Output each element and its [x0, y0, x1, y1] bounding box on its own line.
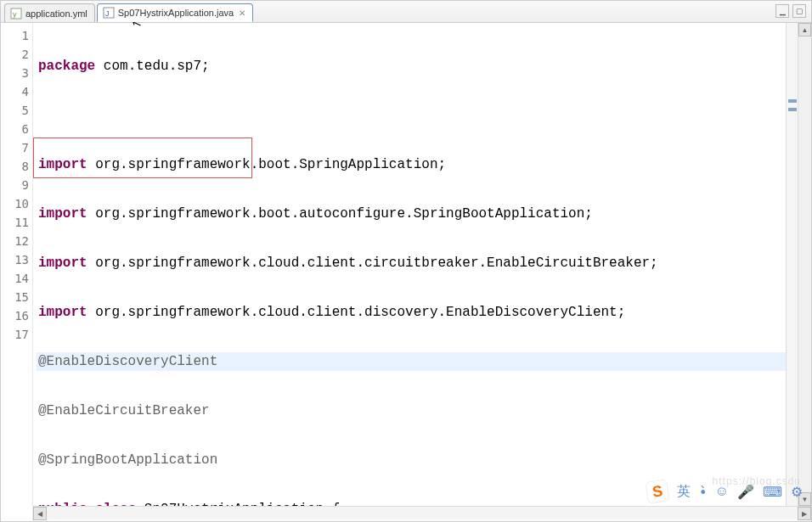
tab-sp07hystrix[interactable]: J Sp07HystrixApplication.java ✕ — [97, 3, 253, 22]
scroll-left-button[interactable]: ◀ — [33, 507, 47, 520]
tab-label: Sp07HystrixApplication.java — [118, 8, 234, 18]
ime-emoji-icon[interactable]: ☺ — [715, 484, 729, 499]
line-number: 9 — [1, 176, 29, 194]
overview-marker — [788, 99, 797, 103]
line-number: 3 — [1, 64, 29, 82]
line-number: 1 — [1, 26, 29, 45]
line-number: 11 — [1, 213, 29, 232]
line-number: 7 — [1, 138, 29, 157]
ime-punct-icon[interactable]: •̀ — [699, 484, 707, 500]
vertical-scrollbar[interactable]: ▲ ▼ — [798, 23, 811, 506]
maximize-button[interactable]: ▢ — [792, 4, 806, 18]
tab-label: application.yml — [25, 8, 87, 19]
scrollbar-track[interactable] — [47, 507, 798, 519]
svg-text:J: J — [105, 9, 110, 18]
line-number: 12 — [1, 232, 29, 250]
ime-status-bar: S 英 •̀ ☺ 🎤 ⌨ ⚙ — [646, 480, 803, 502]
line-number: 14 — [1, 269, 29, 288]
yaml-file-icon: y — [10, 8, 22, 20]
line-number: 4 — [1, 82, 29, 101]
ime-lang-indicator[interactable]: 英 — [677, 483, 691, 501]
line-number: 13 — [1, 250, 29, 269]
svg-text:y: y — [13, 10, 17, 19]
line-number: 15 — [1, 288, 29, 306]
close-icon[interactable]: ✕ — [239, 8, 245, 18]
ime-settings-icon[interactable]: ⚙ — [791, 484, 803, 500]
minimize-button[interactable]: ▁ — [775, 4, 789, 18]
java-file-icon: J — [103, 7, 115, 19]
code-editor[interactable]: package com.tedu.sp7; import org.springf… — [33, 23, 786, 506]
ime-keyboard-icon[interactable]: ⌨ — [763, 484, 782, 500]
scroll-up-button[interactable]: ▲ — [798, 23, 811, 36]
line-number: 16 — [1, 306, 29, 325]
overview-marker — [788, 108, 797, 111]
horizontal-scrollbar[interactable]: ◀ ▶ — [33, 506, 811, 519]
line-number: 6 — [1, 120, 29, 138]
sogou-ime-icon[interactable]: S — [645, 479, 669, 503]
overview-ruler[interactable] — [786, 23, 798, 506]
scroll-right-button[interactable]: ▶ — [798, 507, 811, 520]
line-number: 17 — [1, 325, 29, 344]
line-number: 2 — [1, 45, 29, 64]
editor-area: 1 2 3 4 5 6 7 8 9 10 11 12 13 14 15 16 1… — [1, 23, 811, 506]
line-number: 5 — [1, 101, 29, 120]
line-gutter: 1 2 3 4 5 6 7 8 9 10 11 12 13 14 15 16 1… — [1, 23, 33, 506]
line-number: 10 — [1, 194, 29, 213]
ime-voice-icon[interactable]: 🎤 — [737, 484, 754, 500]
tab-application-yml[interactable]: y application.yml — [4, 3, 95, 22]
line-number: 8 — [1, 157, 29, 176]
tab-bar: y application.yml J Sp07HystrixApplicati… — [1, 1, 811, 23]
